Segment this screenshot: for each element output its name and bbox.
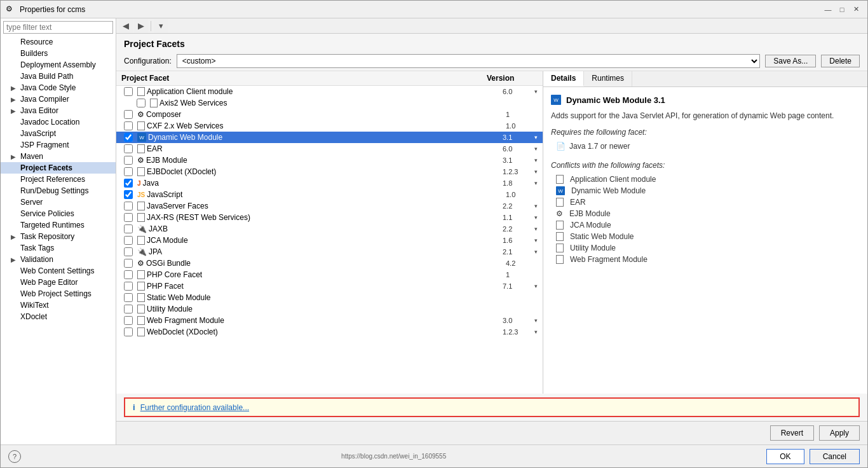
facet-checkbox[interactable]: [124, 202, 133, 210]
facet-checkbox[interactable]: [124, 110, 133, 119]
facet-checkbox[interactable]: [124, 247, 133, 256]
facet-checkbox[interactable]: [124, 179, 133, 188]
facet-checkbox[interactable]: [124, 305, 133, 313]
save-as-button[interactable]: Save As...: [765, 55, 816, 67]
facet-row[interactable]: JCA Module1.6 ▾: [116, 235, 543, 246]
sidebar-item-project-references[interactable]: Project References: [1, 174, 116, 185]
sidebar-item-java-editor[interactable]: ▶Java Editor: [1, 105, 116, 116]
maximize-button[interactable]: □: [836, 3, 848, 16]
sidebar-item-javadoc-location[interactable]: Javadoc Location: [1, 116, 116, 128]
forward-button[interactable]: ▶: [134, 20, 148, 32]
sidebar-item-java-compiler[interactable]: ▶Java Compiler: [1, 93, 116, 105]
sidebar-item-wikitext[interactable]: WikiText: [1, 299, 116, 311]
facet-row[interactable]: WebDoclet (XDoclet)1.2.3 ▾: [116, 326, 543, 338]
sidebar-item-server[interactable]: Server: [1, 196, 116, 208]
facet-row[interactable]: Static Web Module: [116, 292, 543, 303]
sidebar-item-project-facets[interactable]: Project Facets: [1, 162, 116, 174]
facets-list: Application Client module6.0 ▾Axis2 Web …: [116, 86, 543, 394]
facet-checkbox[interactable]: [124, 121, 133, 130]
facet-row[interactable]: EAR6.0 ▾: [116, 143, 543, 155]
sidebar-item-deployment-assembly[interactable]: Deployment Assembly: [1, 59, 116, 71]
facet-checkbox[interactable]: [124, 144, 133, 153]
facet-checkbox[interactable]: [124, 259, 133, 268]
facet-checkbox[interactable]: [124, 156, 133, 165]
facet-checkbox[interactable]: [124, 133, 133, 142]
facet-row[interactable]: Application Client module6.0 ▾: [116, 86, 543, 97]
facet-row[interactable]: ⚙EJB Module3.1 ▾: [116, 155, 543, 166]
sidebar-item-resource[interactable]: Resource: [1, 36, 116, 48]
facet-checkbox[interactable]: [124, 327, 133, 336]
facet-checkbox[interactable]: [124, 167, 133, 176]
facet-name: Application Client module: [147, 87, 503, 96]
minimize-button[interactable]: —: [822, 3, 834, 16]
revert-button[interactable]: Revert: [770, 425, 814, 441]
facet-name: Dynamic Web Module: [148, 133, 503, 142]
facet-checkbox[interactable]: [124, 270, 133, 279]
facet-checkbox[interactable]: [124, 213, 133, 222]
facet-row[interactable]: 🔌JPA2.1 ▾: [116, 246, 543, 258]
conflicts-label: Conflicts with the following facets:: [551, 161, 860, 170]
sidebar-item-java-code-style[interactable]: ▶Java Code Style: [1, 82, 116, 93]
facet-checkbox[interactable]: [124, 236, 133, 245]
facet-checkbox[interactable]: [124, 293, 133, 302]
facet-row[interactable]: PHP Facet7.1 ▾: [116, 280, 543, 292]
facet-row[interactable]: JavaServer Faces2.2 ▾: [116, 200, 543, 212]
sidebar-item-javascript[interactable]: JavaScript: [1, 128, 116, 139]
facet-row[interactable]: JAX-RS (REST Web Services)1.1 ▾: [116, 212, 543, 223]
facet-checkbox[interactable]: [137, 99, 146, 107]
back-button[interactable]: ◀: [119, 20, 133, 32]
sidebar-item-service-policies[interactable]: Service Policies: [1, 208, 116, 219]
facet-checkbox[interactable]: [124, 87, 133, 96]
facet-row[interactable]: ⚙Composer1: [116, 109, 543, 120]
panel-toolbar: ◀ ▶ ▾: [116, 18, 867, 34]
sidebar-item-task-tags[interactable]: Task Tags: [1, 242, 116, 254]
close-button[interactable]: ✕: [850, 3, 862, 16]
facet-row[interactable]: ⚙OSGi Bundle4.2: [116, 258, 543, 269]
facet-checkbox[interactable]: [124, 282, 133, 291]
facet-row[interactable]: EJBDoclet (XDoclet)1.2.3 ▾: [116, 166, 543, 177]
config-select[interactable]: <custom>: [177, 54, 761, 68]
sidebar-item-validation[interactable]: ▶Validation: [1, 254, 116, 265]
facet-row[interactable]: 🔌JAXB2.2 ▾: [116, 223, 543, 235]
sidebar-item-jsp-fragment[interactable]: JSP Fragment: [1, 139, 116, 151]
footer: ? https://blog.csdn.net/wei_in_1609555 O…: [1, 444, 867, 467]
cancel-button[interactable]: Cancel: [810, 449, 860, 464]
dropdown-button[interactable]: ▾: [154, 20, 168, 32]
facet-row[interactable]: PHP Core Facet1: [116, 269, 543, 280]
facet-row[interactable]: WDynamic Web Module3.1 ▾: [116, 132, 543, 143]
sidebar-item-web-project-settings[interactable]: Web Project Settings: [1, 288, 116, 299]
further-config-link[interactable]: Further configuration available...: [140, 403, 249, 412]
facet-row[interactable]: CXF 2.x Web Services1.0: [116, 120, 543, 132]
sidebar-item-builders[interactable]: Builders: [1, 48, 116, 59]
ok-button[interactable]: OK: [766, 449, 804, 464]
apply-button[interactable]: Apply: [819, 425, 860, 441]
properties-window: ⚙ Properties for ccms — □ ✕ Resource Bui…: [0, 0, 868, 468]
facet-checkbox[interactable]: [124, 224, 133, 233]
delete-button[interactable]: Delete: [821, 55, 860, 67]
filter-input[interactable]: [3, 21, 113, 34]
tab-runtimes[interactable]: Runtimes: [584, 71, 632, 86]
sidebar-item-run/debug-settings[interactable]: Run/Debug Settings: [1, 185, 116, 196]
panel-header: Project Facets: [116, 34, 867, 52]
facet-row[interactable]: Utility Module: [116, 303, 543, 315]
sidebar-item-maven[interactable]: ▶Maven: [1, 151, 116, 162]
help-button[interactable]: ?: [8, 450, 21, 463]
sidebar-item-java-build-path[interactable]: Java Build Path: [1, 71, 116, 82]
details-pane: Details Runtimes W Dynamic Web Module 3.…: [543, 71, 867, 394]
facet-row[interactable]: Web Fragment Module3.0 ▾: [116, 315, 543, 326]
facet-row[interactable]: JJava1.8 ▾: [116, 177, 543, 189]
sidebar-item-web-page-editor[interactable]: Web Page Editor: [1, 277, 116, 288]
facet-name: PHP Core Facet: [147, 270, 506, 279]
window-icon: ⚙: [6, 4, 16, 15]
facet-checkbox[interactable]: [124, 190, 133, 199]
sidebar-item-xdoclet[interactable]: XDoclet: [1, 311, 116, 322]
facet-version: 3.0: [503, 317, 534, 324]
tab-details[interactable]: Details: [543, 71, 584, 86]
sidebar-item-targeted-runtimes[interactable]: Targeted Runtimes: [1, 219, 116, 231]
sidebar-item-web-content-settings[interactable]: Web Content Settings: [1, 265, 116, 277]
facet-row[interactable]: JSJavaScript1.0: [116, 189, 543, 200]
sidebar-item-task-repository[interactable]: ▶Task Repository: [1, 231, 116, 242]
facet-checkbox[interactable]: [124, 316, 133, 325]
facet-row[interactable]: Axis2 Web Services: [116, 97, 543, 109]
config-row: Configuration: <custom> Save As... Delet…: [116, 52, 867, 71]
